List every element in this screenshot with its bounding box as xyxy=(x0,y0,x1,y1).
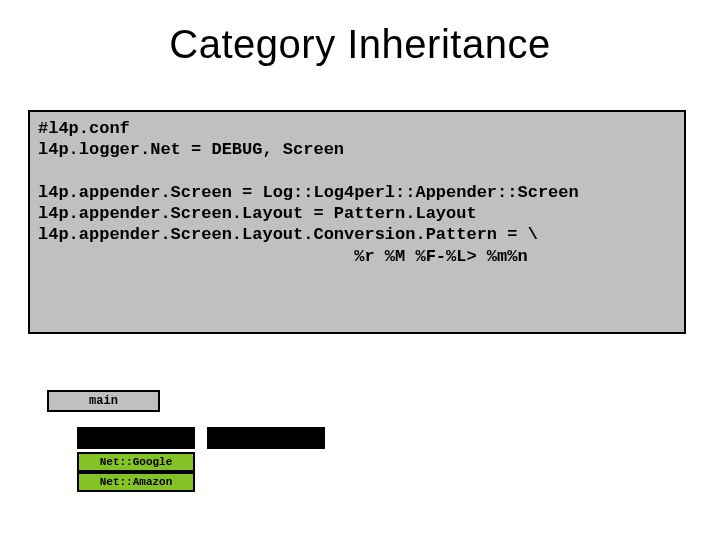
category-net-google: Net::Google xyxy=(77,452,195,472)
category-empty-left xyxy=(77,427,195,449)
slide-root: Category Inheritance #l4p.conf l4p.logge… xyxy=(0,0,720,540)
category-net-amazon: Net::Amazon xyxy=(77,472,195,492)
category-main: main xyxy=(47,390,160,412)
config-code-block: #l4p.conf l4p.logger.Net = DEBUG, Screen… xyxy=(28,110,686,334)
category-empty-right xyxy=(207,427,325,449)
slide-title: Category Inheritance xyxy=(0,22,720,67)
